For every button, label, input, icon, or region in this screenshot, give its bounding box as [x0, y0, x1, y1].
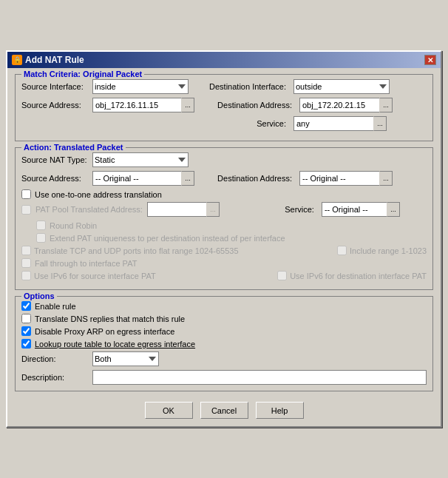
round-robin-label: Round Robin — [50, 221, 97, 230]
one-to-one-checkbox[interactable] — [21, 189, 31, 199]
service-input[interactable] — [293, 116, 373, 131]
match-criteria-label: Match Criteria: Original Packet — [21, 70, 144, 78]
service-label: Service: — [200, 119, 289, 128]
ipv6-dest-pair: Use IPv6 for destination interface PAT — [277, 271, 427, 280]
include-range-pair: Include range 1-1023 — [337, 246, 427, 255]
direction-combo[interactable]: Both Source Destination — [92, 351, 159, 366]
address-row: Source Address: ... Destination Address:… — [21, 98, 427, 112]
destination-interface-combo[interactable]: outside — [293, 79, 390, 94]
bottom-buttons: OK Cancel Help — [15, 397, 433, 419]
pat-pool-browse-btn: ... — [206, 202, 220, 217]
translate-tcp-checkbox — [21, 246, 31, 255]
description-input[interactable] — [92, 370, 427, 385]
source-address-input[interactable] — [92, 98, 181, 112]
action-service-label: Service: — [228, 205, 317, 214]
translate-tcp-pair: Translate TCP and UDP ports into flat ra… — [21, 246, 239, 255]
action-source-address-input[interactable] — [92, 171, 181, 186]
action-section: Action: Translated Packet Source NAT Typ… — [15, 147, 433, 290]
window-icon: 🔒 — [12, 55, 22, 65]
fall-through-row: Fall through to interface PAT — [21, 258, 427, 268]
extend-pat-label: Extend PAT uniqueness to per destination… — [50, 234, 285, 243]
help-button[interactable]: Help — [256, 402, 304, 419]
pat-pool-field-group: ... — [147, 202, 220, 217]
service-field-group: ... — [293, 116, 387, 131]
enable-rule-label: Enable rule — [35, 302, 76, 311]
service-row: Service: ... — [21, 116, 427, 131]
ipv6-row: Use IPv6 for source interface PAT Use IP… — [21, 271, 427, 280]
pat-pool-checkbox[interactable] — [21, 205, 31, 215]
interface-row: Source Interface: inside Destination Int… — [21, 79, 427, 94]
enable-rule-checkbox[interactable] — [21, 301, 31, 311]
translate-tcp-row: Translate TCP and UDP ports into flat ra… — [21, 246, 427, 255]
pat-pool-input — [147, 202, 206, 217]
ipv6-dest-checkbox — [277, 271, 287, 280]
lookup-route-label: Lookup route table to locate egress inte… — [35, 340, 195, 349]
translate-dns-checkbox[interactable] — [21, 314, 31, 323]
disable-proxy-arp-row: Disable Proxy ARP on egress interface — [21, 326, 427, 336]
destination-address-input[interactable] — [299, 98, 379, 112]
action-destination-address-group: ... — [299, 171, 393, 186]
ipv6-source-label: Use IPv6 for source interface PAT — [34, 272, 156, 280]
destination-address-browse-btn[interactable]: ... — [379, 98, 393, 112]
fall-through-checkbox — [21, 258, 31, 268]
action-destination-address-label: Destination Address: — [206, 174, 295, 183]
ipv6-dest-label: Use IPv6 for destination interface PAT — [290, 272, 427, 280]
match-criteria-section: Match Criteria: Original Packet Source I… — [15, 74, 433, 141]
pat-service-row: PAT Pool Translated Address: ... Service… — [21, 202, 427, 217]
action-service-browse-btn[interactable]: ... — [387, 202, 400, 217]
source-address-label: Source Address: — [21, 101, 88, 110]
source-nat-type-label: Source NAT Type: — [21, 155, 88, 164]
one-to-one-row: Use one-to-one address translation — [21, 189, 427, 199]
title-bar-left: 🔒 Add NAT Rule — [12, 55, 84, 65]
pat-pool-label: PAT Pool Translated Address: — [35, 205, 143, 214]
options-section: Options Enable rule Translate DNS replie… — [15, 296, 433, 391]
action-source-address-group: ... — [92, 171, 194, 186]
fall-through-label: Fall through to interface PAT — [35, 259, 137, 268]
extend-pat-checkbox — [36, 233, 46, 243]
action-label: Action: Translated Packet — [21, 143, 126, 152]
translate-tcp-label: Translate TCP and UDP ports into flat ra… — [34, 246, 239, 255]
description-label: Description: — [21, 373, 88, 382]
round-robin-checkbox — [36, 221, 46, 230]
action-source-address-label: Source Address: — [21, 174, 88, 183]
enable-rule-row: Enable rule — [21, 301, 427, 311]
destination-address-field-group: ... — [299, 98, 393, 112]
ok-button[interactable]: OK — [145, 402, 193, 419]
include-range-checkbox — [337, 246, 347, 255]
translate-dns-row: Translate DNS replies that match this ru… — [21, 314, 427, 323]
source-interface-label: Source Interface: — [21, 82, 88, 91]
destination-interface-label: Destination Interface: — [200, 82, 289, 91]
source-nat-type-combo[interactable]: Static — [92, 152, 189, 167]
source-interface-combo[interactable]: inside — [92, 79, 189, 94]
ipv6-source-checkbox — [21, 271, 31, 280]
action-source-address-browse-btn[interactable]: ... — [181, 171, 194, 186]
source-address-browse-btn[interactable]: ... — [181, 98, 194, 112]
close-button[interactable]: ✕ — [424, 55, 436, 65]
ipv6-source-pair: Use IPv6 for source interface PAT — [21, 271, 156, 280]
direction-label: Direction: — [21, 354, 88, 363]
action-service-input[interactable] — [322, 202, 387, 217]
direction-row: Direction: Both Source Destination — [21, 351, 427, 366]
add-nat-rule-window: 🔒 Add NAT Rule ✕ Match Criteria: Origina… — [6, 50, 442, 428]
title-bar: 🔒 Add NAT Rule ✕ — [7, 52, 441, 68]
window-title: Add NAT Rule — [25, 55, 84, 65]
cancel-button[interactable]: Cancel — [200, 402, 248, 419]
nat-type-row: Source NAT Type: Static — [21, 152, 427, 167]
action-address-row: Source Address: ... Destination Address:… — [21, 171, 427, 186]
source-address-field-group: ... — [92, 98, 194, 112]
disable-proxy-arp-checkbox[interactable] — [21, 326, 31, 336]
action-service-group: ... — [322, 202, 400, 217]
action-destination-address-input[interactable] — [299, 171, 379, 186]
include-range-label: Include range 1-1023 — [350, 246, 427, 255]
options-label: Options — [21, 292, 57, 300]
extend-pat-row: Extend PAT uniqueness to per destination… — [36, 233, 427, 243]
disable-proxy-arp-label: Disable Proxy ARP on egress interface — [35, 327, 174, 336]
round-robin-row: Round Robin — [36, 221, 427, 230]
lookup-route-row: Lookup route table to locate egress inte… — [21, 339, 427, 349]
description-row: Description: — [21, 370, 427, 385]
lookup-route-checkbox[interactable] — [21, 339, 31, 349]
translate-dns-label: Translate DNS replies that match this ru… — [35, 314, 185, 323]
action-destination-address-browse-btn[interactable]: ... — [379, 171, 393, 186]
content-area: Match Criteria: Original Packet Source I… — [7, 68, 441, 426]
service-browse-btn[interactable]: ... — [373, 116, 387, 131]
